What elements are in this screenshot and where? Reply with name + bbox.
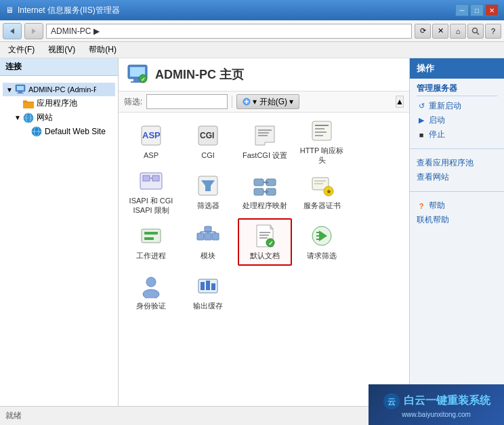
- cert-icon: ★: [310, 174, 334, 198]
- panel-title: ADMIN-PC 主页: [155, 66, 244, 83]
- right-section-view: 查看应用程序池 查看网站: [410, 152, 504, 188]
- tree-toggle-apppool[interactable]: [14, 100, 22, 108]
- right-link-online-help[interactable]: 联机帮助: [417, 213, 497, 227]
- close-button[interactable]: ✕: [485, 4, 499, 16]
- right-link-stop[interactable]: ■ 停止: [417, 127, 497, 142]
- help-button[interactable]: ?: [485, 24, 501, 39]
- sites-view-label: 查看网站: [417, 171, 449, 183]
- icon-filter[interactable]: 筛选器: [181, 168, 235, 216]
- status-bar: 就绪 功能视图 内容视图 云 白云一键重装系统 www.baiyunxitong…: [0, 406, 504, 425]
- forward-button[interactable]: [24, 23, 43, 39]
- handler-icon: [253, 174, 277, 198]
- window-controls: ─ □ ✕: [455, 4, 499, 16]
- icon-cert[interactable]: ★ 服务器证书: [295, 168, 349, 216]
- filter-label: 筛选:: [124, 96, 142, 108]
- icon-worker[interactable]: 工作进程: [124, 218, 178, 266]
- right-link-restart[interactable]: ↺ 重新启动: [417, 99, 497, 113]
- sidebar-item-default-label: Default Web Site: [45, 127, 106, 136]
- svg-rect-63: [205, 233, 211, 240]
- address-right-buttons: ⟳ ✕ ⌂ ?: [415, 24, 501, 39]
- folder-icon-apppool: [23, 98, 34, 109]
- compress-icon: [196, 274, 220, 298]
- right-link-sites[interactable]: 查看网站: [417, 170, 497, 184]
- back-button[interactable]: [3, 23, 22, 39]
- icon-request[interactable]: 请求筛选: [295, 218, 349, 266]
- panel-header: ✓ ADMIN-PC 主页: [119, 58, 409, 92]
- restart-icon: ↺: [417, 102, 426, 111]
- svg-rect-85: [201, 282, 205, 290]
- icon-asp[interactable]: ASP ASP: [124, 118, 178, 165]
- filter-icon: [196, 174, 220, 198]
- icon-fastcgi[interactable]: FastCGI 设置: [238, 118, 292, 165]
- menu-file[interactable]: 文件(F): [5, 43, 37, 57]
- svg-text:★: ★: [326, 188, 332, 195]
- right-link-start[interactable]: ▶ 启动: [417, 113, 497, 127]
- icon-compress[interactable]: 输出缓存: [181, 268, 235, 316]
- address-display: ADMIN-PC ▶: [51, 26, 100, 36]
- icon-defaultdoc[interactable]: ✓ 默认文档: [238, 218, 292, 266]
- right-section-help: ? 帮助 联机帮助: [410, 195, 504, 231]
- svg-rect-64: [212, 233, 219, 240]
- globe-icon-default: [31, 126, 42, 137]
- svg-rect-60: [144, 232, 158, 235]
- filter-input[interactable]: [146, 94, 228, 109]
- compress-label: 输出缓存: [193, 301, 223, 310]
- watermark-logo-icon: 云: [382, 392, 401, 411]
- icon-auth[interactable]: 身份验证: [124, 268, 178, 316]
- stop-label: 停止: [429, 129, 445, 140]
- icon-httpresponse[interactable]: HTTP 响应标头: [295, 118, 349, 165]
- tree-toggle-default[interactable]: [22, 127, 30, 136]
- icon-modules[interactable]: 模块: [181, 218, 235, 266]
- svg-text:✓: ✓: [268, 240, 274, 247]
- handler-label: 处理程序映射: [243, 201, 287, 210]
- apppool-view-label: 查看应用程序池: [417, 157, 474, 169]
- fastcgi-icon: [253, 123, 277, 148]
- auth-label: 身份验证: [136, 301, 166, 310]
- home-button[interactable]: ⌂: [450, 24, 466, 39]
- watermark-url: www.baiyunxitong.com: [402, 411, 471, 418]
- icon-isapi[interactable]: ISAPI 和 CGI ISAPI 限制: [124, 168, 178, 216]
- tree-toggle-adminpc[interactable]: ▼: [5, 85, 14, 94]
- group-by-label: ▾ 开始(G) ▾: [253, 96, 293, 108]
- sidebar-tree: ▼ ADMIN-PC (Admin-PC\Adminis: [0, 76, 118, 141]
- svg-rect-6: [18, 92, 22, 93]
- svg-text:CGI: CGI: [200, 131, 214, 140]
- asp-icon: ASP: [139, 123, 163, 148]
- watermark: 云 白云一键重装系统 www.baiyunxitong.com: [369, 384, 504, 425]
- stop-button[interactable]: ✕: [432, 24, 448, 39]
- right-link-apppool[interactable]: 查看应用程序池: [417, 156, 497, 170]
- http-icon: [310, 119, 334, 143]
- icon-cgi[interactable]: CGI CGI: [181, 118, 235, 165]
- sidebar-item-default-web-site[interactable]: Default Web Site: [3, 125, 115, 138]
- icon-handler[interactable]: 处理程序映射: [238, 168, 292, 216]
- sidebar-item-sites[interactable]: ▼ 网站: [3, 110, 115, 125]
- center-panel: ✓ ADMIN-PC 主页 筛选: ▾ 开始(G) ▾ ▲: [119, 58, 409, 406]
- panel-scroll-up[interactable]: ▲: [396, 96, 404, 108]
- maximize-button[interactable]: □: [470, 4, 484, 16]
- help-label: 帮助: [429, 200, 445, 211]
- sidebar-item-apppool[interactable]: 应用程序池: [3, 96, 115, 110]
- svg-rect-87: [211, 283, 215, 290]
- menu-help[interactable]: 帮助(H): [86, 43, 119, 57]
- status-text: 就绪: [5, 410, 22, 422]
- svg-text:云: 云: [387, 397, 396, 407]
- window-title: Internet 信息服务(IIS)管理器: [18, 5, 455, 16]
- right-section-manage: 管理服务器 ↺ 重新启动 ▶ 启动 ■ 停止: [410, 79, 504, 146]
- panel-header-icon: ✓: [127, 64, 148, 85]
- menu-view[interactable]: 视图(V): [45, 43, 78, 57]
- httpresponse-label: HTTP 响应标头: [298, 146, 345, 165]
- right-link-help[interactable]: ? 帮助: [417, 199, 497, 213]
- address-bar: ADMIN-PC ▶ ⟳ ✕ ⌂ ?: [0, 20, 504, 42]
- sidebar-item-adminpc[interactable]: ▼ ADMIN-PC (Admin-PC\Adminis: [3, 83, 115, 96]
- tree-toggle-sites[interactable]: ▼: [14, 114, 22, 122]
- search-button[interactable]: [467, 24, 484, 39]
- minimize-button[interactable]: ─: [455, 4, 469, 16]
- cgi-label: CGI: [201, 150, 215, 160]
- modules-icon: [196, 224, 220, 248]
- cgi-icon: CGI: [196, 123, 220, 148]
- svg-marker-71: [270, 225, 273, 229]
- svg-rect-59: [142, 229, 161, 243]
- globe-icon-sites: [23, 113, 34, 123]
- refresh-button[interactable]: ⟳: [415, 24, 431, 39]
- group-by-button[interactable]: ▾ 开始(G) ▾: [236, 94, 299, 109]
